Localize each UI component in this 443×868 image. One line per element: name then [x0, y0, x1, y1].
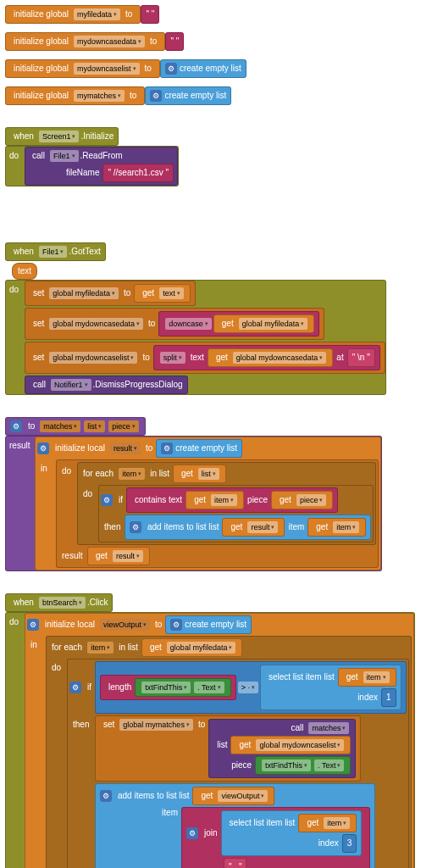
component-dropdown[interactable]: File1	[50, 150, 79, 162]
var-dropdown[interactable]: list	[198, 468, 219, 480]
set-mydowncaselist[interactable]: set global mydowncaselist to split text …	[25, 342, 385, 374]
add-items-block[interactable]: ⚙ add items to list list getresult item	[125, 515, 371, 540]
result-label: result	[58, 550, 87, 562]
var-name[interactable]: myfiledata	[74, 8, 120, 20]
var-dropdown[interactable]: global mydowncasedata	[233, 352, 327, 364]
create-empty-list[interactable]: ⚙ create empty list	[156, 439, 242, 458]
set-myfiledata[interactable]: set global myfiledata to get text	[25, 281, 196, 306]
gear-icon[interactable]: ⚙	[161, 442, 173, 454]
proc-name[interactable]: matches	[40, 420, 80, 432]
gear-icon[interactable]: ⚙	[37, 442, 49, 454]
component-dropdown[interactable]: Screen1	[39, 131, 80, 142]
create-empty-list[interactable]: ⚙ create empty list	[145, 86, 231, 105]
join-block[interactable]: ⚙ join select list item list getitem	[181, 807, 370, 868]
var-dropdown[interactable]: global mydowncasedata	[49, 318, 143, 330]
component-dropdown[interactable]: File1	[39, 246, 68, 258]
string-literal[interactable]: " \n "	[347, 348, 375, 367]
var-dropdown[interactable]: global myfiledata	[239, 318, 308, 330]
get-block[interactable]: getitem	[338, 668, 396, 687]
number-literal[interactable]: 1	[381, 688, 396, 707]
set-mydowncasedata[interactable]: set global mydowncasedata to downcase ge…	[25, 308, 324, 340]
when-file1-gottext[interactable]: when File1 .GotText text do set global m…	[5, 242, 438, 395]
gear-icon[interactable]: ⚙	[101, 494, 113, 506]
get-block[interactable]: getglobal mydowncaselist	[230, 736, 351, 754]
get-block[interactable]: get list	[173, 465, 226, 483]
proc-arg[interactable]: piece	[108, 420, 139, 432]
gear-icon[interactable]: ⚙	[165, 63, 177, 75]
contains-block[interactable]: contains text getitem piece getpiece	[126, 487, 338, 513]
split-block[interactable]: split text get global mydowncasedata at …	[153, 345, 380, 370]
set-mymatches[interactable]: set global mymatches to call matches	[95, 715, 361, 782]
string-literal[interactable]: " . "	[224, 858, 246, 868]
call-matches[interactable]: call matches list getglobal mydowncaseli…	[208, 719, 356, 778]
param-label: fileName	[63, 167, 102, 179]
gear-icon[interactable]: ⚙	[69, 682, 81, 693]
init-global-block[interactable]: initialize global myfiledata to	[5, 5, 141, 24]
var-name[interactable]: mydowncaselist	[74, 63, 140, 75]
init-global-block[interactable]: initialize global mydowncaselist to	[5, 59, 160, 78]
call-notifier-dismiss[interactable]: call Notifier1 .DismissProgressDialog	[25, 376, 188, 394]
event-header[interactable]: when File1 .GotText	[5, 242, 106, 261]
when-screen1-initialize[interactable]: when Screen1 .Initialize do call File1 .…	[5, 127, 438, 186]
init-global-mydowncasedata[interactable]: initialize global mydowncasedata to " "	[5, 32, 438, 51]
component-dropdown[interactable]: Notifier1	[51, 379, 91, 391]
do-label: do	[58, 462, 77, 545]
string-literal[interactable]: " "	[165, 32, 184, 51]
get-block[interactable]: getresult	[222, 518, 285, 537]
get-block[interactable]: getviewOutput	[192, 787, 274, 805]
string-literal[interactable]: " "	[141, 5, 159, 24]
component-dropdown[interactable]: btnSearch	[39, 597, 86, 609]
var-dropdown[interactable]: text	[159, 287, 184, 299]
gear-icon[interactable]: ⚙	[186, 827, 198, 839]
when-btnsearch-click[interactable]: when btnSearch .Click do ⚙ initialize lo…	[5, 593, 438, 868]
gear-icon[interactable]: ⚙	[10, 420, 22, 432]
select-list-item[interactable]: select list item list getitem index 3	[221, 810, 363, 856]
get-block[interactable]: get global mydowncasedata	[208, 348, 333, 367]
var-name[interactable]: mymatches	[74, 90, 125, 102]
select-list-item[interactable]: select list item list getitem index 1	[260, 665, 401, 710]
local-name[interactable]: result	[110, 442, 141, 454]
init-global-mydowncaselist[interactable]: initialize global mydowncaselist to ⚙ cr…	[5, 59, 438, 78]
get-block[interactable]: getitem	[186, 491, 244, 509]
loop-var[interactable]: item	[87, 642, 114, 654]
get-block[interactable]: get global myfiledata	[141, 638, 242, 657]
gear-icon[interactable]: ⚙	[150, 90, 162, 102]
event-header[interactable]: when btnSearch .Click	[5, 593, 113, 612]
component-prop[interactable]: txtFindThis . Text	[135, 678, 230, 697]
param-text[interactable]: text	[12, 263, 37, 280]
create-empty-list[interactable]: ⚙ create empty list	[165, 615, 252, 634]
procedure-matches[interactable]: ⚙ to matches list piece result ⚙ initial…	[5, 417, 438, 571]
op-dropdown[interactable]: split	[160, 352, 186, 364]
gear-icon[interactable]: ⚙	[170, 619, 182, 631]
component-prop[interactable]: txtFindThis . Text	[255, 756, 351, 775]
length-block[interactable]: length txtFindThis . Text	[100, 675, 236, 700]
comparison-block[interactable]: length txtFindThis . Text > ·	[95, 661, 407, 714]
var-dropdown[interactable]: global mydowncaselist	[49, 352, 137, 364]
get-block[interactable]: getresult	[87, 547, 150, 565]
create-empty-list[interactable]: ⚙ create empty list	[160, 59, 246, 78]
var-name[interactable]: mydowncasedata	[74, 36, 145, 47]
proc-arg[interactable]: list	[84, 420, 105, 432]
init-global-block[interactable]: initialize global mymatches to	[5, 86, 145, 105]
loop-var[interactable]: item	[119, 468, 145, 480]
number-literal[interactable]: 3	[342, 834, 357, 853]
gear-icon[interactable]: ⚙	[130, 521, 141, 533]
op-dropdown[interactable]: downcase	[165, 318, 212, 330]
init-global-block[interactable]: initialize global mydowncasedata to	[5, 32, 165, 51]
init-global-myfiledata[interactable]: initialize global myfiledata to " "	[5, 5, 438, 24]
init-global-mymatches[interactable]: initialize global mymatches to ⚙ create …	[5, 86, 438, 105]
var-dropdown[interactable]: global myfiledata	[49, 287, 119, 299]
event-header[interactable]: when Screen1 .Initialize	[5, 127, 119, 146]
get-block[interactable]: get global myfiledata	[213, 314, 314, 333]
op-dropdown[interactable]: > ·	[238, 682, 258, 693]
add-items-viewoutput[interactable]: ⚙ add items to list list getviewOutput i…	[95, 783, 375, 868]
get-block[interactable]: get text	[134, 284, 190, 303]
get-block[interactable]: getitem	[307, 518, 366, 537]
downcase-block[interactable]: downcase get global myfiledata	[158, 311, 319, 337]
string-literal[interactable]: " //search1.csv "	[102, 164, 174, 182]
gear-icon[interactable]: ⚙	[27, 619, 39, 631]
get-block[interactable]: getpiece	[271, 491, 333, 509]
gear-icon[interactable]: ⚙	[100, 790, 112, 802]
proc-header[interactable]: ⚙ to matches list piece	[5, 417, 146, 436]
local-name[interactable]: viewOutput	[100, 619, 150, 631]
